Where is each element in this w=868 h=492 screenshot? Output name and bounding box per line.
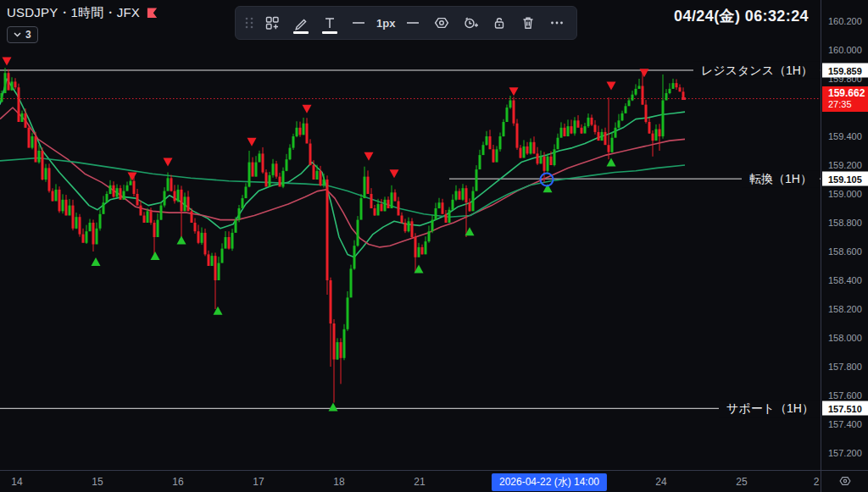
candle [72,206,75,229]
candle [448,210,451,223]
timezone-settings-button[interactable] [821,470,868,492]
object-tree-icon[interactable] [259,10,285,36]
candles [1,68,685,402]
candle [486,136,488,145]
lock-icon[interactable] [487,10,512,36]
candle [621,113,624,121]
candle [550,157,553,165]
trash-icon[interactable] [515,10,541,36]
candle [238,208,241,220]
time-axis[interactable]: 141516171821242522026-04-22 (水) 14:00 [0,470,868,492]
candle [428,231,431,241]
level-price-label-0: 159.859 [822,64,868,78]
candle [584,126,587,134]
symbol-row[interactable]: USDJPY・1時間・JFX [7,5,159,21]
candle [133,181,136,194]
candle [421,247,424,255]
candle [547,157,549,171]
more-options-icon[interactable] [544,10,570,36]
symbol-title[interactable]: USDJPY・1時間・JFX [7,5,140,21]
candle [8,73,10,90]
candle [204,233,207,255]
candle [259,153,261,162]
candle [323,180,326,185]
candle [381,204,383,212]
text-tool-button[interactable] [317,10,342,36]
candle [62,200,64,212]
price-axis-tick: 159.200 [828,160,862,170]
candle [625,106,627,113]
chart-canvas[interactable]: レジスタンス（1H）転換（1H）サポート（1H） [0,0,821,470]
sell-signal-marker [509,87,519,96]
candle [648,122,651,134]
candle [286,159,288,171]
candle [353,246,356,268]
candle [347,297,349,329]
candle [52,191,54,202]
buy-signal-marker [329,403,338,412]
candle [499,136,502,149]
candle [577,120,580,128]
candle [265,173,268,187]
price-axis-tick: 158.000 [828,333,862,343]
candle [672,83,675,89]
candle [262,153,264,172]
sell-signal-marker [364,152,374,161]
candle [357,220,359,246]
candle [221,249,224,263]
candle [492,149,495,162]
sell-signal-marker [164,158,173,167]
candle [89,223,92,231]
time-axis-label: 16 [172,476,183,488]
time-axis-label: 24 [655,476,666,488]
candle [574,120,576,133]
candle [113,185,115,197]
candle [123,191,125,200]
sell-signal-marker [640,69,649,77]
candle [174,191,176,202]
candle [255,163,258,177]
candle [272,163,275,175]
candle [343,329,346,358]
candle [659,130,661,137]
add-alert-icon[interactable] [458,10,483,36]
chart-window: USDJPY・1時間・JFX 3 1px [0,0,868,492]
line-width-label[interactable]: 1px [375,17,397,30]
candle [465,188,468,202]
price-axis-tick: 158.400 [828,275,862,285]
price-axis-tick: 157.400 [828,419,862,429]
candle [496,149,498,162]
candle [642,86,644,105]
bars-count-badge[interactable]: 3 [7,26,38,43]
line-style-icon[interactable] [346,10,371,36]
price-axis-tick: 160.000 [828,45,862,55]
price-axis-tick: 157.600 [828,390,862,401]
level-label-1: 転換（1H） [749,172,812,185]
candle [455,191,458,200]
candle [411,221,414,237]
candle [394,192,397,201]
candle [69,206,71,216]
candle [333,323,336,360]
candle [608,145,610,152]
candle [109,185,112,194]
drawing-toolbar: 1px [235,6,577,40]
chart-legend: USDJPY・1時間・JFX 3 [7,5,159,43]
candle [459,191,461,200]
candle [398,202,400,216]
toolbar-drag-handle-icon[interactable] [242,10,256,36]
line-type-icon[interactable] [400,10,426,36]
price-axis[interactable]: 160.200160.000159.800159.400159.200159.0… [821,0,868,470]
pencil-tool-button[interactable] [288,10,314,36]
candle [655,130,658,141]
candle [164,191,166,206]
last-price-dot [682,97,686,100]
candle [530,142,532,154]
candle [509,101,512,108]
level-label-2: サポート（1H） [726,401,814,415]
flag-icon[interactable] [146,7,159,19]
chart-plot[interactable]: レジスタンス（1H）転換（1H）サポート（1H） [0,0,821,470]
settings-nut-icon[interactable] [429,10,454,36]
chevron-down-icon [14,32,21,37]
candle [415,237,417,257]
